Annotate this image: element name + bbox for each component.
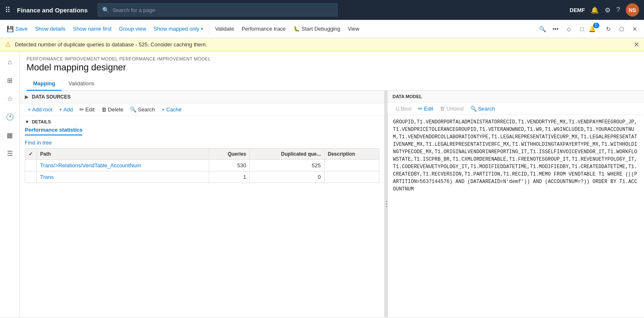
chevron-down-icon: ▾	[201, 26, 203, 31]
data-model-title: DATA MODEL	[393, 94, 639, 99]
performance-statistics-tab[interactable]: Performance statistics	[25, 127, 82, 135]
show-details-button[interactable]: Show details	[32, 24, 69, 34]
tabs-row: Mapping Validations	[26, 77, 644, 91]
sidebar-icon-list[interactable]: ☰	[2, 146, 17, 161]
sql-content: GROUPID,T1.VENDORPORTALADMINISTRATORRECI…	[388, 115, 644, 317]
save-icon: 💾	[7, 26, 14, 32]
find-in-tree-link[interactable]: Find in tree	[20, 137, 384, 148]
refresh-icon[interactable]: ↻	[603, 23, 614, 35]
dm-edit-button[interactable]: ✏ Edit	[415, 104, 436, 113]
save-button[interactable]: 💾 Save	[3, 24, 31, 34]
col-check: ✓	[25, 149, 37, 160]
row-duplicated: 525	[250, 160, 324, 171]
view-button[interactable]: View	[345, 24, 363, 34]
row-description	[324, 171, 379, 183]
unbind-button[interactable]: 🗑 Unbind	[437, 104, 466, 113]
show-mapped-only-button[interactable]: Show mapped only ▾	[150, 24, 206, 34]
tab-mapping[interactable]: Mapping	[26, 77, 62, 91]
toolbar-right-actions: 🔍 ••• ◇ □ 🔔0 ↻ ⬡ ✕	[536, 23, 641, 35]
top-navigation: ⠿ Finance and Operations 🔍 DEMF 🔔 ⚙ ? NS	[0, 0, 644, 20]
page-title: Model mapping designer	[26, 62, 637, 73]
company-label: DEMF	[570, 7, 585, 13]
search-toolbar-icon[interactable]: 🔍	[536, 23, 548, 35]
performance-table: ✓ Path Queries Duplicated que... Descrip…	[25, 148, 379, 183]
collapse-icon: ▼	[25, 119, 29, 124]
show-name-first-button[interactable]: Show name first	[69, 24, 115, 34]
row-path: Trans	[37, 171, 209, 183]
more-icon[interactable]: •••	[550, 23, 561, 35]
warning-close-button[interactable]: ✕	[634, 41, 639, 48]
warning-message: Detected number of duplicate queries to …	[15, 41, 207, 48]
bind-button[interactable]: ⊔ Bind	[393, 104, 414, 113]
tab-validations[interactable]: Validations	[62, 77, 101, 91]
path-link[interactable]: Trans	[40, 174, 54, 180]
dm-search-button[interactable]: 🔍 Search	[467, 104, 498, 113]
details-header[interactable]: ▼ DETAILS	[25, 119, 379, 124]
row-queries: 530	[209, 160, 249, 171]
close-icon[interactable]: ✕	[629, 23, 641, 35]
sidebar-icon-clock[interactable]: 🕐	[2, 109, 17, 124]
main-toolbar: 💾 Save Show details Show name first Grou…	[0, 20, 644, 38]
left-sidebar: ⌂ ⊞ ☆ 🕐 ▦ ☰	[0, 51, 20, 317]
group-view-button[interactable]: Group view	[116, 24, 150, 34]
right-pane: DATA MODEL ⊔ Bind ✏ Edit 🗑 Unbind	[388, 91, 644, 317]
delete-button[interactable]: 🗑 Delete	[98, 105, 127, 114]
data-model-header: DATA MODEL	[388, 91, 644, 103]
row-path: Trans/>Relations/VendTable_AccountNum	[37, 160, 209, 171]
details-section: ▼ DETAILS Performance statistics	[20, 116, 384, 137]
settings-icon[interactable]: ⚙	[605, 6, 610, 14]
main-layout: ⌂ ⊞ ☆ 🕐 ▦ ☰ PERFORMANCE IMPROVEMENT MODE…	[0, 51, 644, 317]
warning-icon: ⚠	[5, 41, 11, 48]
split-pane: ▶ DATA SOURCES + Add root + Add ✏ Edit 🗑…	[20, 91, 644, 317]
cache-button[interactable]: + Cache	[158, 105, 184, 114]
waffle-icon[interactable]: ⠿	[5, 5, 10, 14]
col-description: Description	[324, 149, 379, 160]
warning-banner: ⚠ Detected number of duplicate queries t…	[0, 38, 644, 51]
diamond-icon[interactable]: ◇	[563, 23, 575, 35]
path-link[interactable]: Trans/>Relations/VendTable_AccountNum	[40, 162, 141, 169]
splitter-handle	[386, 201, 387, 207]
row-queries: 1	[209, 171, 249, 183]
col-duplicated: Duplicated que...	[250, 149, 324, 160]
breadcrumb-section: PERFORMANCE IMPROVEMENT MODEL PERFORMANC…	[20, 51, 644, 73]
breadcrumb: PERFORMANCE IMPROVEMENT MODEL PERFORMANC…	[26, 56, 637, 61]
search-icon: 🔍	[130, 106, 136, 113]
row-description	[324, 160, 379, 171]
dm-search-icon: 🔍	[470, 106, 477, 112]
search-button[interactable]: 🔍 Search	[127, 105, 158, 114]
start-debugging-button[interactable]: 🐛 Start Debugging	[290, 24, 344, 34]
data-model-toolbar: ⊔ Bind ✏ Edit 🗑 Unbind 🔍 Search	[388, 103, 644, 115]
popout-icon[interactable]: ⬡	[616, 23, 627, 35]
datasources-title: DATA SOURCES	[32, 94, 71, 100]
col-path: Path	[37, 149, 209, 160]
col-queries: Queries	[209, 149, 249, 160]
sidebar-icon-home[interactable]: ⌂	[2, 55, 17, 70]
notification-count-icon[interactable]: 🔔0	[589, 23, 601, 35]
row-check	[25, 160, 37, 171]
add-button[interactable]: + Add	[56, 105, 76, 114]
bell-icon[interactable]: 🔔	[591, 6, 599, 14]
search-icon: 🔍	[102, 7, 109, 13]
table-row: Trans/>Relations/VendTable_AccountNum 53…	[25, 160, 379, 171]
left-pane: ▶ DATA SOURCES + Add root + Add ✏ Edit 🗑…	[20, 91, 385, 317]
edit-button[interactable]: ✏ Edit	[77, 105, 97, 114]
avatar[interactable]: NS	[626, 3, 639, 17]
search-input[interactable]	[113, 7, 333, 13]
performance-trace-button[interactable]: Performance trace	[238, 24, 289, 34]
content-area: PERFORMANCE IMPROVEMENT MODEL PERFORMANC…	[20, 51, 644, 317]
sidebar-icon-filter[interactable]: ⊞	[2, 73, 17, 88]
expand-icon[interactable]: ▶	[25, 94, 29, 100]
sidebar-icon-grid[interactable]: ▦	[2, 128, 17, 142]
add-root-button[interactable]: + Add root	[25, 105, 55, 114]
validate-button[interactable]: Validate	[212, 24, 237, 34]
help-icon[interactable]: ?	[616, 6, 620, 14]
top-nav-right: DEMF 🔔 ⚙ ? NS	[570, 3, 639, 17]
edit-icon: ✏	[79, 106, 84, 113]
table-row: Trans 1 0	[25, 171, 379, 183]
row-check	[25, 171, 37, 183]
datasources-header: ▶ DATA SOURCES	[20, 91, 384, 104]
extension-icon[interactable]: □	[576, 23, 588, 35]
sidebar-icon-star[interactable]: ☆	[2, 91, 17, 106]
global-search-bar[interactable]: 🔍	[98, 3, 338, 17]
unbind-icon: 🗑	[440, 106, 445, 112]
